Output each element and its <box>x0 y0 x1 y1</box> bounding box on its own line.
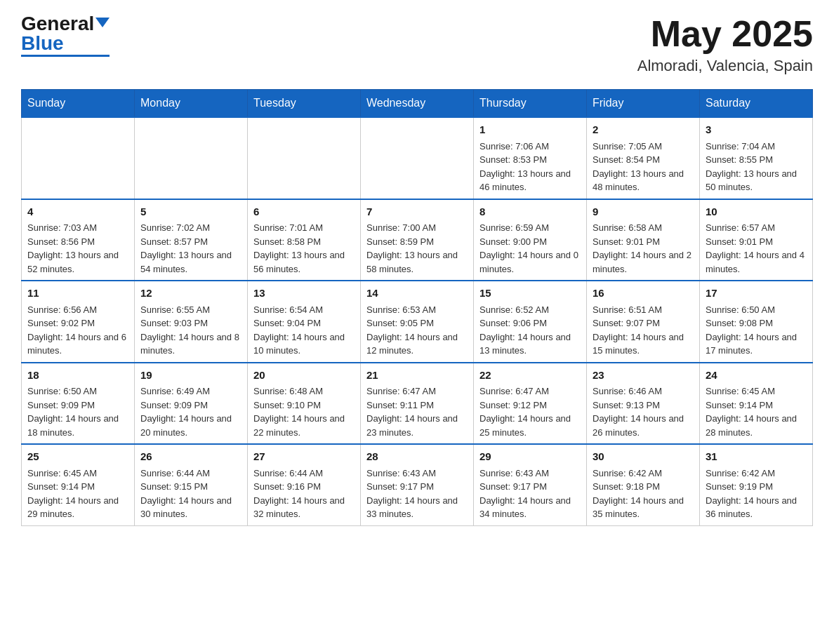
title-block: May 2025 Almoradi, Valencia, Spain <box>637 14 813 75</box>
day-info: Sunrise: 6:50 AM Sunset: 9:09 PM Dayligh… <box>27 384 128 439</box>
logo-text: General Blue <box>21 14 110 53</box>
day-info: Sunrise: 6:58 AM Sunset: 9:01 PM Dayligh… <box>593 221 694 276</box>
calendar-cell: 29Sunrise: 6:43 AM Sunset: 9:17 PM Dayli… <box>474 444 587 525</box>
calendar-cell: 15Sunrise: 6:52 AM Sunset: 9:06 PM Dayli… <box>474 281 587 363</box>
calendar-cell: 31Sunrise: 6:42 AM Sunset: 9:19 PM Dayli… <box>700 444 813 525</box>
day-info: Sunrise: 7:00 AM Sunset: 8:59 PM Dayligh… <box>366 221 468 276</box>
calendar-cell: 23Sunrise: 6:46 AM Sunset: 9:13 PM Dayli… <box>587 363 700 445</box>
logo-general: General <box>21 13 94 34</box>
calendar-cell: 18Sunrise: 6:50 AM Sunset: 9:09 PM Dayli… <box>22 363 135 445</box>
calendar-cell: 13Sunrise: 6:54 AM Sunset: 9:04 PM Dayli… <box>248 281 361 363</box>
calendar-cell: 8Sunrise: 6:59 AM Sunset: 9:00 PM Daylig… <box>474 199 587 281</box>
day-number: 26 <box>140 449 241 465</box>
day-number: 18 <box>27 368 128 384</box>
day-number: 31 <box>706 449 807 465</box>
day-info: Sunrise: 6:54 AM Sunset: 9:04 PM Dayligh… <box>253 303 355 358</box>
week-row-3: 11Sunrise: 6:56 AM Sunset: 9:02 PM Dayli… <box>22 281 813 363</box>
day-info: Sunrise: 6:42 AM Sunset: 9:19 PM Dayligh… <box>706 467 807 521</box>
day-number: 14 <box>366 286 468 302</box>
day-info: Sunrise: 6:48 AM Sunset: 9:10 PM Dayligh… <box>253 384 355 439</box>
week-row-5: 25Sunrise: 6:45 AM Sunset: 9:14 PM Dayli… <box>22 444 813 525</box>
weekday-header-monday: Monday <box>135 90 248 118</box>
day-number: 20 <box>253 368 355 384</box>
calendar-cell: 11Sunrise: 6:56 AM Sunset: 9:02 PM Dayli… <box>22 281 135 363</box>
day-info: Sunrise: 6:47 AM Sunset: 9:12 PM Dayligh… <box>479 384 581 439</box>
calendar-cell: 10Sunrise: 6:57 AM Sunset: 9:01 PM Dayli… <box>700 199 813 281</box>
day-number: 6 <box>253 204 355 220</box>
day-info: Sunrise: 6:50 AM Sunset: 9:08 PM Dayligh… <box>706 303 807 358</box>
logo-triangle-icon <box>95 18 110 27</box>
day-number: 2 <box>593 122 694 138</box>
day-number: 21 <box>366 368 468 384</box>
calendar-cell: 3Sunrise: 7:04 AM Sunset: 8:55 PM Daylig… <box>700 117 813 199</box>
logo: General Blue <box>21 14 110 57</box>
day-number: 5 <box>140 204 241 220</box>
calendar-cell: 19Sunrise: 6:49 AM Sunset: 9:09 PM Dayli… <box>135 363 248 445</box>
day-number: 24 <box>706 368 807 384</box>
day-number: 17 <box>706 286 807 302</box>
calendar-cell: 12Sunrise: 6:55 AM Sunset: 9:03 PM Dayli… <box>135 281 248 363</box>
day-number: 10 <box>706 204 807 220</box>
day-number: 23 <box>593 368 694 384</box>
day-info: Sunrise: 7:03 AM Sunset: 8:56 PM Dayligh… <box>27 221 128 276</box>
day-info: Sunrise: 6:43 AM Sunset: 9:17 PM Dayligh… <box>479 467 581 521</box>
calendar-cell: 25Sunrise: 6:45 AM Sunset: 9:14 PM Dayli… <box>22 444 135 525</box>
weekday-header-friday: Friday <box>587 90 700 118</box>
day-info: Sunrise: 6:45 AM Sunset: 9:14 PM Dayligh… <box>27 467 128 521</box>
day-info: Sunrise: 7:02 AM Sunset: 8:57 PM Dayligh… <box>140 221 241 276</box>
calendar-cell <box>361 117 474 199</box>
day-number: 22 <box>479 368 581 384</box>
day-number: 11 <box>27 286 128 302</box>
day-number: 29 <box>479 449 581 465</box>
day-number: 9 <box>593 204 694 220</box>
calendar-cell <box>135 117 248 199</box>
day-info: Sunrise: 6:47 AM Sunset: 9:11 PM Dayligh… <box>366 384 468 439</box>
day-number: 15 <box>479 286 581 302</box>
day-info: Sunrise: 6:57 AM Sunset: 9:01 PM Dayligh… <box>706 221 807 276</box>
weekday-header-wednesday: Wednesday <box>361 90 474 118</box>
day-number: 13 <box>253 286 355 302</box>
weekday-header-saturday: Saturday <box>700 90 813 118</box>
weekday-header-thursday: Thursday <box>474 90 587 118</box>
calendar-cell: 16Sunrise: 6:51 AM Sunset: 9:07 PM Dayli… <box>587 281 700 363</box>
calendar-cell: 9Sunrise: 6:58 AM Sunset: 9:01 PM Daylig… <box>587 199 700 281</box>
calendar-cell: 27Sunrise: 6:44 AM Sunset: 9:16 PM Dayli… <box>248 444 361 525</box>
calendar-cell: 26Sunrise: 6:44 AM Sunset: 9:15 PM Dayli… <box>135 444 248 525</box>
page-header: General Blue May 2025 Almoradi, Valencia… <box>21 14 813 75</box>
week-row-2: 4Sunrise: 7:03 AM Sunset: 8:56 PM Daylig… <box>22 199 813 281</box>
day-number: 3 <box>706 122 807 138</box>
day-number: 12 <box>140 286 241 302</box>
day-info: Sunrise: 6:53 AM Sunset: 9:05 PM Dayligh… <box>366 303 468 358</box>
calendar-cell: 14Sunrise: 6:53 AM Sunset: 9:05 PM Dayli… <box>361 281 474 363</box>
calendar-cell: 28Sunrise: 6:43 AM Sunset: 9:17 PM Dayli… <box>361 444 474 525</box>
day-number: 27 <box>253 449 355 465</box>
day-info: Sunrise: 7:01 AM Sunset: 8:58 PM Dayligh… <box>253 221 355 276</box>
day-number: 8 <box>479 204 581 220</box>
weekday-header-tuesday: Tuesday <box>248 90 361 118</box>
calendar-cell: 22Sunrise: 6:47 AM Sunset: 9:12 PM Dayli… <box>474 363 587 445</box>
calendar-table: SundayMondayTuesdayWednesdayThursdayFrid… <box>21 89 813 526</box>
day-info: Sunrise: 7:04 AM Sunset: 8:55 PM Dayligh… <box>706 140 807 194</box>
day-info: Sunrise: 6:45 AM Sunset: 9:14 PM Dayligh… <box>706 384 807 439</box>
day-info: Sunrise: 6:49 AM Sunset: 9:09 PM Dayligh… <box>140 384 241 439</box>
calendar-cell: 24Sunrise: 6:45 AM Sunset: 9:14 PM Dayli… <box>700 363 813 445</box>
day-number: 30 <box>593 449 694 465</box>
day-number: 19 <box>140 368 241 384</box>
day-info: Sunrise: 6:43 AM Sunset: 9:17 PM Dayligh… <box>366 467 468 521</box>
day-number: 25 <box>27 449 128 465</box>
calendar-header: SundayMondayTuesdayWednesdayThursdayFrid… <box>22 90 813 118</box>
calendar-cell: 1Sunrise: 7:06 AM Sunset: 8:53 PM Daylig… <box>474 117 587 199</box>
day-number: 1 <box>479 122 581 138</box>
day-info: Sunrise: 7:05 AM Sunset: 8:54 PM Dayligh… <box>593 140 694 194</box>
calendar-cell: 7Sunrise: 7:00 AM Sunset: 8:59 PM Daylig… <box>361 199 474 281</box>
logo-underline <box>21 55 110 57</box>
day-number: 7 <box>366 204 468 220</box>
calendar-cell: 17Sunrise: 6:50 AM Sunset: 9:08 PM Dayli… <box>700 281 813 363</box>
calendar-cell: 5Sunrise: 7:02 AM Sunset: 8:57 PM Daylig… <box>135 199 248 281</box>
calendar-body: 1Sunrise: 7:06 AM Sunset: 8:53 PM Daylig… <box>22 117 813 525</box>
weekday-header-sunday: Sunday <box>22 90 135 118</box>
calendar-cell <box>22 117 135 199</box>
calendar-cell: 30Sunrise: 6:42 AM Sunset: 9:18 PM Dayli… <box>587 444 700 525</box>
calendar-cell: 21Sunrise: 6:47 AM Sunset: 9:11 PM Dayli… <box>361 363 474 445</box>
calendar-cell: 4Sunrise: 7:03 AM Sunset: 8:56 PM Daylig… <box>22 199 135 281</box>
